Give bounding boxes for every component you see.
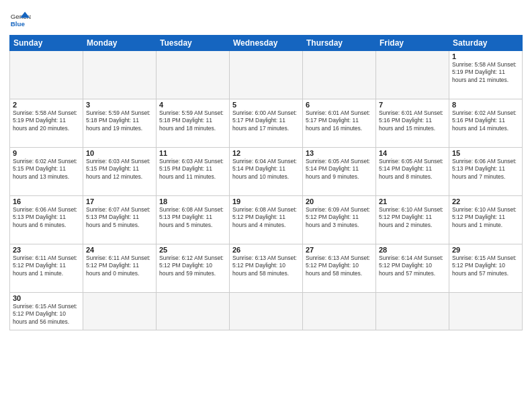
calendar-cell [157, 51, 230, 99]
calendar-cell: 30Sunrise: 6:15 AM Sunset: 5:12 PM Dayli… [10, 293, 83, 330]
day-info: Sunrise: 6:15 AM Sunset: 5:12 PM Dayligh… [13, 303, 80, 326]
calendar-cell: 2Sunrise: 5:58 AM Sunset: 5:19 PM Daylig… [10, 99, 83, 148]
calendar-cell: 4Sunrise: 5:59 AM Sunset: 5:18 PM Daylig… [157, 99, 230, 148]
calendar-cell [449, 293, 523, 330]
logo-icon: General Blue [9, 9, 31, 31]
day-info: Sunrise: 6:10 AM Sunset: 5:12 PM Dayligh… [452, 206, 519, 229]
day-info: Sunrise: 6:12 AM Sunset: 5:12 PM Dayligh… [159, 255, 226, 277]
calendar-cell [376, 51, 449, 99]
day-number: 24 [86, 246, 153, 254]
weekday-saturday: Saturday [449, 36, 523, 51]
day-number: 15 [452, 149, 519, 157]
calendar-cell: 14Sunrise: 6:05 AM Sunset: 5:14 PM Dayli… [376, 148, 449, 196]
calendar-cell: 29Sunrise: 6:15 AM Sunset: 5:12 PM Dayli… [449, 244, 523, 293]
day-number: 10 [86, 149, 153, 157]
day-info: Sunrise: 6:01 AM Sunset: 5:16 PM Dayligh… [379, 109, 446, 132]
day-number: 26 [232, 246, 300, 254]
day-number: 3 [86, 101, 153, 109]
day-info: Sunrise: 6:07 AM Sunset: 5:13 PM Dayligh… [86, 206, 153, 229]
calendar-cell: 19Sunrise: 6:08 AM Sunset: 5:12 PM Dayli… [230, 196, 303, 244]
weekday-thursday: Thursday [303, 36, 376, 51]
day-number: 16 [13, 197, 80, 205]
day-info: Sunrise: 5:59 AM Sunset: 5:18 PM Dayligh… [86, 109, 153, 132]
calendar-cell: 8Sunrise: 6:02 AM Sunset: 5:16 PM Daylig… [449, 99, 523, 148]
calendar-cell [83, 293, 157, 330]
calendar-cell: 9Sunrise: 6:02 AM Sunset: 5:15 PM Daylig… [10, 148, 83, 196]
weekday-monday: Monday [83, 36, 157, 51]
calendar-cell [303, 51, 376, 99]
day-info: Sunrise: 6:11 AM Sunset: 5:12 PM Dayligh… [13, 255, 80, 277]
day-info: Sunrise: 6:03 AM Sunset: 5:15 PM Dayligh… [159, 158, 226, 181]
calendar-cell: 28Sunrise: 6:14 AM Sunset: 5:12 PM Dayli… [376, 244, 449, 293]
page-header: General Blue [9, 7, 523, 31]
day-number: 30 [13, 294, 80, 302]
calendar-cell: 22Sunrise: 6:10 AM Sunset: 5:12 PM Dayli… [449, 196, 523, 244]
day-info: Sunrise: 6:05 AM Sunset: 5:14 PM Dayligh… [306, 158, 373, 181]
calendar-cell: 13Sunrise: 6:05 AM Sunset: 5:14 PM Dayli… [303, 148, 376, 196]
calendar-week-2: 2Sunrise: 5:58 AM Sunset: 5:19 PM Daylig… [10, 99, 523, 148]
day-number: 25 [159, 246, 226, 254]
day-number: 11 [159, 149, 226, 157]
day-number: 5 [232, 101, 300, 109]
day-info: Sunrise: 6:00 AM Sunset: 5:17 PM Dayligh… [232, 109, 300, 132]
day-info: Sunrise: 6:11 AM Sunset: 5:12 PM Dayligh… [86, 255, 153, 277]
day-number: 4 [159, 101, 226, 109]
calendar-cell [83, 51, 157, 99]
day-info: Sunrise: 5:58 AM Sunset: 5:19 PM Dayligh… [13, 109, 80, 132]
day-number: 17 [86, 197, 153, 205]
day-number: 7 [379, 101, 446, 109]
day-info: Sunrise: 6:03 AM Sunset: 5:15 PM Dayligh… [86, 158, 153, 181]
calendar-week-3: 9Sunrise: 6:02 AM Sunset: 5:15 PM Daylig… [10, 148, 523, 196]
day-info: Sunrise: 6:06 AM Sunset: 5:13 PM Dayligh… [13, 206, 80, 229]
calendar-cell [10, 51, 83, 99]
day-number: 13 [306, 149, 373, 157]
calendar-cell: 20Sunrise: 6:09 AM Sunset: 5:12 PM Dayli… [303, 196, 376, 244]
calendar-cell: 24Sunrise: 6:11 AM Sunset: 5:12 PM Dayli… [83, 244, 157, 293]
day-number: 29 [452, 246, 519, 254]
calendar-cell: 17Sunrise: 6:07 AM Sunset: 5:13 PM Dayli… [83, 196, 157, 244]
calendar-cell [376, 293, 449, 330]
day-info: Sunrise: 6:02 AM Sunset: 5:16 PM Dayligh… [452, 109, 519, 132]
day-info: Sunrise: 6:08 AM Sunset: 5:12 PM Dayligh… [232, 206, 300, 229]
day-info: Sunrise: 5:59 AM Sunset: 5:18 PM Dayligh… [159, 109, 226, 132]
day-info: Sunrise: 6:09 AM Sunset: 5:12 PM Dayligh… [306, 206, 373, 229]
day-info: Sunrise: 6:04 AM Sunset: 5:14 PM Dayligh… [232, 158, 300, 181]
calendar-week-4: 16Sunrise: 6:06 AM Sunset: 5:13 PM Dayli… [10, 196, 523, 244]
day-info: Sunrise: 6:08 AM Sunset: 5:13 PM Dayligh… [159, 206, 226, 229]
weekday-friday: Friday [376, 36, 449, 51]
day-number: 12 [232, 149, 300, 157]
day-number: 18 [159, 197, 226, 205]
calendar-cell [303, 293, 376, 330]
day-number: 20 [306, 197, 373, 205]
weekday-header-row: SundayMondayTuesdayWednesdayThursdayFrid… [10, 36, 523, 51]
calendar-cell: 12Sunrise: 6:04 AM Sunset: 5:14 PM Dayli… [230, 148, 303, 196]
day-info: Sunrise: 6:01 AM Sunset: 5:17 PM Dayligh… [306, 109, 373, 132]
day-number: 14 [379, 149, 446, 157]
calendar-cell: 11Sunrise: 6:03 AM Sunset: 5:15 PM Dayli… [157, 148, 230, 196]
day-info: Sunrise: 6:06 AM Sunset: 5:13 PM Dayligh… [452, 158, 519, 181]
logo: General Blue [9, 9, 31, 31]
day-number: 1 [452, 52, 519, 60]
calendar-cell: 15Sunrise: 6:06 AM Sunset: 5:13 PM Dayli… [449, 148, 523, 196]
calendar-cell: 23Sunrise: 6:11 AM Sunset: 5:12 PM Dayli… [10, 244, 83, 293]
day-number: 28 [379, 246, 446, 254]
calendar-cell: 1Sunrise: 5:58 AM Sunset: 5:19 PM Daylig… [449, 51, 523, 99]
calendar-cell: 6Sunrise: 6:01 AM Sunset: 5:17 PM Daylig… [303, 99, 376, 148]
weekday-tuesday: Tuesday [157, 36, 230, 51]
calendar-cell: 18Sunrise: 6:08 AM Sunset: 5:13 PM Dayli… [157, 196, 230, 244]
svg-text:Blue: Blue [11, 20, 26, 28]
calendar-cell [157, 293, 230, 330]
calendar-cell: 21Sunrise: 6:10 AM Sunset: 5:12 PM Dayli… [376, 196, 449, 244]
calendar-week-5: 23Sunrise: 6:11 AM Sunset: 5:12 PM Dayli… [10, 244, 523, 293]
calendar-week-6: 30Sunrise: 6:15 AM Sunset: 5:12 PM Dayli… [10, 293, 523, 330]
calendar-cell: 25Sunrise: 6:12 AM Sunset: 5:12 PM Dayli… [157, 244, 230, 293]
day-info: Sunrise: 6:05 AM Sunset: 5:14 PM Dayligh… [379, 158, 446, 181]
calendar-cell: 16Sunrise: 6:06 AM Sunset: 5:13 PM Dayli… [10, 196, 83, 244]
day-number: 6 [306, 101, 373, 109]
day-info: Sunrise: 6:13 AM Sunset: 5:12 PM Dayligh… [232, 255, 300, 277]
weekday-wednesday: Wednesday [230, 36, 303, 51]
day-info: Sunrise: 6:14 AM Sunset: 5:12 PM Dayligh… [379, 255, 446, 277]
calendar-cell: 3Sunrise: 5:59 AM Sunset: 5:18 PM Daylig… [83, 99, 157, 148]
calendar-cell: 5Sunrise: 6:00 AM Sunset: 5:17 PM Daylig… [230, 99, 303, 148]
day-info: Sunrise: 6:13 AM Sunset: 5:12 PM Dayligh… [306, 255, 373, 277]
